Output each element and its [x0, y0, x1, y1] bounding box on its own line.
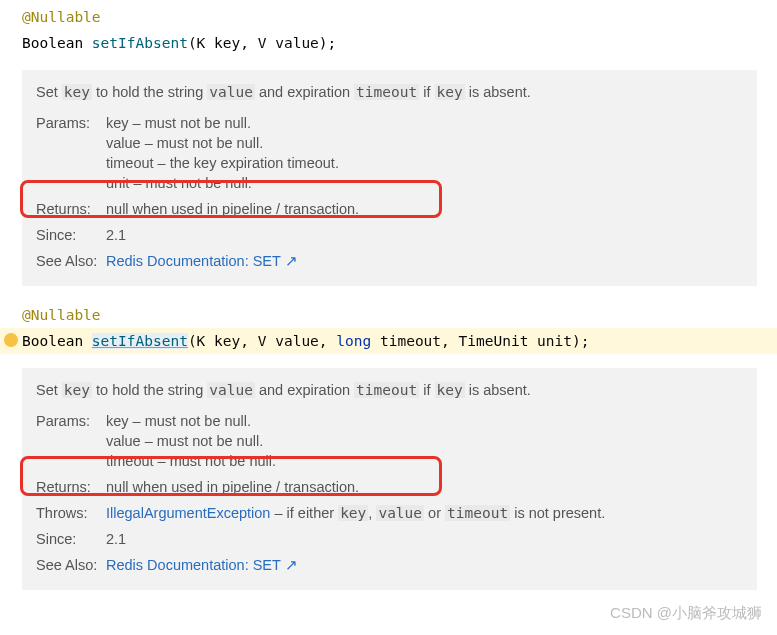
since-row: Since: 2.1 — [36, 526, 743, 552]
seealso-label: See Also: — [36, 251, 106, 271]
returns-row: Returns: null when used in pipeline / tr… — [36, 474, 743, 500]
intention-bulb-icon[interactable] — [4, 333, 18, 347]
method-signature-2: @Nullable — [0, 302, 777, 328]
method-name-highlighted[interactable]: setIfAbsent — [92, 333, 188, 349]
javadoc-block-2: Set key to hold the string value and exp… — [22, 368, 757, 590]
method-signature-2-line2: Boolean setIfAbsent(K key, V value, long… — [0, 328, 777, 354]
external-link-icon: ↗ — [285, 253, 298, 269]
returns-label: Returns: — [36, 477, 106, 497]
returns-label: Returns: — [36, 199, 106, 219]
params-label: Params: — [36, 113, 106, 193]
redis-doc-link[interactable]: Redis Documentation: SET — [106, 253, 281, 269]
annotation-nullable: @Nullable — [22, 307, 101, 323]
method-name: setIfAbsent — [92, 35, 188, 51]
params-value: key – must not be null. value – must not… — [106, 411, 276, 471]
returns-value: null when used in pipeline / transaction… — [106, 477, 359, 497]
method-signature-2-wrapper: @Nullable Boolean setIfAbsent(K key, V v… — [0, 302, 777, 354]
since-value: 2.1 — [106, 529, 126, 549]
seealso-row: See Also: Redis Documentation: SET ↗ — [36, 248, 743, 274]
method-signature-1-line2: Boolean setIfAbsent(K key, V value); — [0, 30, 777, 56]
csdn-watermark: CSDN @小脑斧攻城狮 — [610, 604, 762, 606]
returns-value: null when used in pipeline / transaction… — [106, 199, 359, 219]
since-label: Since: — [36, 225, 106, 245]
exception-link[interactable]: IllegalArgumentException — [106, 505, 270, 521]
redis-doc-link[interactable]: Redis Documentation: SET — [106, 557, 281, 573]
seealso-row: See Also: Redis Documentation: SET ↗ — [36, 552, 743, 578]
seealso-label: See Also: — [36, 555, 106, 575]
throws-value: IllegalArgumentException – if either key… — [106, 503, 605, 523]
params-value: key – must not be null. value – must not… — [106, 113, 339, 193]
returns-row: Returns: null when used in pipeline / tr… — [36, 196, 743, 222]
params-row: Params: key – must not be null. value – … — [36, 110, 743, 196]
params-label: Params: — [36, 411, 106, 471]
seealso-value: Redis Documentation: SET ↗ — [106, 555, 298, 575]
since-value: 2.1 — [106, 225, 126, 245]
throws-label: Throws: — [36, 503, 106, 523]
external-link-icon: ↗ — [285, 557, 298, 573]
params-row: Params: key – must not be null. value – … — [36, 408, 743, 474]
since-row: Since: 2.1 — [36, 222, 743, 248]
javadoc-summary: Set key to hold the string value and exp… — [36, 82, 743, 102]
throws-row: Throws: IllegalArgumentException – if ei… — [36, 500, 743, 526]
javadoc-summary: Set key to hold the string value and exp… — [36, 380, 743, 400]
annotation-nullable: @Nullable — [22, 9, 101, 25]
seealso-value: Redis Documentation: SET ↗ — [106, 251, 298, 271]
method-signature-1: @Nullable — [0, 4, 777, 30]
javadoc-block-1: Set key to hold the string value and exp… — [22, 70, 757, 286]
since-label: Since: — [36, 529, 106, 549]
